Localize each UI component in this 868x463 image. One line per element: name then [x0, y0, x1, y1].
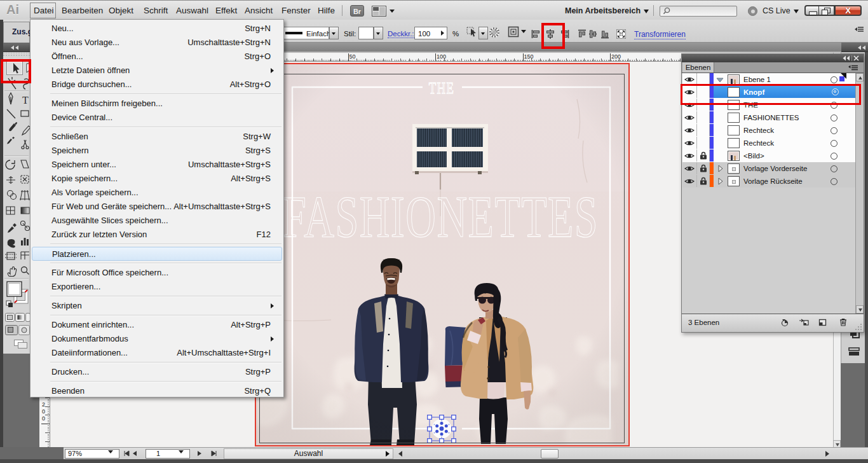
svg-text:T: T	[22, 95, 29, 106]
